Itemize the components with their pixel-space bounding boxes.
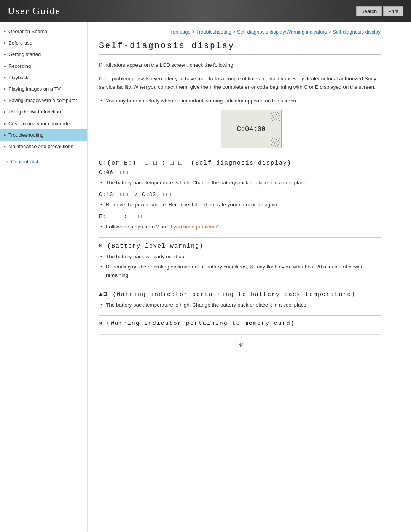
page-layout: ▸ Operation Search ▸ Before use ▸ Gettin…	[0, 22, 411, 531]
sidebar-item-label: Playback	[8, 74, 82, 81]
sidebar-item-label: Troubleshooting	[8, 132, 82, 139]
sidebar-item-operation-search[interactable]: ▸ Operation Search	[0, 26, 87, 37]
sidebar-item-playing-images-tv[interactable]: ▸ Playing images on a TV	[0, 83, 87, 95]
sidebar-item-label: Before use	[8, 40, 82, 46]
sidebar-item-label: Maintenance and precautions	[8, 143, 82, 150]
corner-decoration: ╲╲╲╲╲╲╲╲	[271, 112, 280, 121]
breadcrumb-self-diagnosis-warning[interactable]: Self-diagnosis display/Warning indicator…	[237, 29, 327, 35]
sidebar-item-saving-images[interactable]: ▸ Saving images with a computer	[0, 95, 87, 106]
bullet-c06: The battery pack temperature is high. Ch…	[99, 179, 381, 187]
bullet-e-prefix: Follow the steps from 2 on	[106, 224, 167, 230]
sidebar-item-maintenance[interactable]: ▸ Maintenance and precautions	[0, 141, 87, 152]
sidebar-item-label: Using the Wi-Fi function	[8, 109, 82, 115]
section3-bullets: The battery pack temperature is high. Ch…	[99, 301, 381, 309]
arrow-icon: ▸	[4, 86, 6, 92]
page-footer: 144	[99, 334, 381, 356]
sidebar-item-label: Getting started	[8, 51, 82, 58]
sidebar-item-troubleshooting[interactable]: ▸ Troubleshooting	[0, 129, 87, 141]
section4-title: (Warning indicator pertaining to memory …	[107, 320, 295, 327]
sidebar-item-wifi[interactable]: ▸ Using the Wi-Fi function	[0, 106, 87, 118]
intro-line2: If the problem persists even after you h…	[99, 75, 381, 92]
section3-title: (Warning indicator pertaining to battery…	[113, 291, 355, 298]
arrow-icon: ▸	[4, 132, 6, 138]
arrow-icon: ▸	[4, 63, 6, 69]
sidebar-divider	[0, 154, 87, 154]
section2-header: ⊠ (Battery level warning)	[99, 237, 381, 249]
contents-list-label: Contents list	[11, 159, 38, 165]
bullet-e-suffix: .	[219, 224, 220, 230]
arrow-icon: ▸	[4, 97, 6, 103]
if-you-have-problems-link[interactable]: "If you have problems"	[167, 224, 219, 230]
section1-bullets-c13: Remove the power source. Reconnect it an…	[99, 201, 381, 209]
sidebar-item-label: Operation Search	[8, 28, 82, 35]
sidebar-item-getting-started[interactable]: ▸ Getting started	[0, 49, 87, 60]
print-button[interactable]: Print	[383, 6, 403, 16]
warning-temperature-icon: ▲⊡	[99, 291, 112, 298]
memory-card-icon: ⊠	[99, 321, 107, 326]
section1-title: C:(or E:) □ □ : □ □ (Self-diagnosis disp…	[99, 160, 292, 166]
sidebar-item-label: Recording	[8, 63, 82, 70]
header: User Guide Search Print	[0, 0, 411, 22]
main-content: Top page > Troubleshooting > Self-diagno…	[88, 22, 392, 531]
sidebar-item-recording[interactable]: ▸ Recording	[0, 61, 87, 72]
contents-list-link[interactable]: → Contents list	[0, 156, 87, 168]
arrow-icon: ▸	[4, 29, 6, 34]
arrow-icon: ▸	[4, 40, 6, 46]
breadcrumb-sep2: >	[233, 29, 237, 35]
code-c06: C:06: □ □	[99, 169, 381, 176]
section2-title: (Battery level warning)	[107, 243, 204, 249]
sidebar-item-label: Customizing your camcorder	[8, 120, 82, 127]
page-number: 144	[236, 342, 244, 348]
error-display-container: ╲╲╲╲╲╲╲╲ C:04:00 ╱╱╱╱╱╱╱╱	[122, 110, 381, 148]
page-title: Self-diagnosis display	[99, 41, 381, 55]
arrow-right-icon: →	[4, 159, 9, 165]
error-code-text: C:04:00	[237, 125, 266, 133]
section1-bullets-e: Follow the steps from 2 on "If you have …	[99, 223, 381, 231]
bullet-temp1: The battery pack temperature is high. Ch…	[99, 301, 381, 309]
breadcrumb-sep3: > Self-diagnosis display	[328, 29, 381, 35]
breadcrumb-top-page[interactable]: Top page	[170, 29, 191, 35]
arrow-icon: ▸	[4, 144, 6, 149]
bullet-melody: You may hear a melody when an important …	[99, 97, 381, 105]
arrow-icon: ▸	[4, 51, 6, 57]
app-title: User Guide	[8, 5, 61, 17]
bullet-e: Follow the steps from 2 on "If you have …	[99, 223, 381, 231]
sidebar-item-customizing[interactable]: ▸ Customizing your camcorder	[0, 118, 87, 129]
section2-bullets: The battery pack is nearly used up. Depe…	[99, 252, 381, 280]
section4-header: ⊠ (Warning indicator pertaining to memor…	[99, 315, 381, 327]
arrow-icon: ▸	[4, 109, 6, 115]
sidebar-item-label: Saving images with a computer	[8, 97, 82, 104]
sidebar-item-before-use[interactable]: ▸ Before use	[0, 37, 87, 49]
code-c13-c32: C:13: □ □ / C:32: □ □	[99, 192, 381, 198]
breadcrumb-troubleshooting[interactable]: Troubleshooting	[196, 29, 231, 35]
breadcrumb: Top page > Troubleshooting > Self-diagno…	[99, 28, 381, 36]
error-display-box: ╲╲╲╲╲╲╲╲ C:04:00 ╱╱╱╱╱╱╱╱	[221, 110, 282, 148]
section1-header: C:(or E:) □ □ : □ □ (Self-diagnosis disp…	[99, 155, 381, 166]
arrow-icon: ▸	[4, 121, 6, 126]
sidebar-item-label: Playing images on a TV	[8, 86, 82, 93]
bottom-decoration: ╱╱╱╱╱╱╱╱	[271, 138, 280, 146]
intro-bullets: You may hear a melody when an important …	[99, 97, 381, 105]
sidebar: ▸ Operation Search ▸ Before use ▸ Gettin…	[0, 22, 88, 531]
section3-header: ▲⊡ (Warning indicator pertaining to batt…	[99, 286, 381, 298]
bullet-battery2: Depending on the operating environment o…	[99, 263, 381, 280]
sidebar-item-playback[interactable]: ▸ Playback	[0, 72, 87, 83]
battery-icon: ⊠	[99, 243, 107, 249]
bullet-c13: Remove the power source. Reconnect it an…	[99, 201, 381, 209]
search-button[interactable]: Search	[356, 6, 382, 16]
intro-line1: If indicators appear on the LCD screen, …	[99, 61, 381, 69]
bullet-battery1: The battery pack is nearly used up.	[99, 252, 381, 261]
breadcrumb-sep1: >	[192, 29, 196, 35]
code-e: E: □ □ : □ □	[99, 214, 381, 220]
header-button-group: Search Print	[356, 6, 403, 16]
arrow-icon: ▸	[4, 75, 6, 80]
section1-bullets-c06: The battery pack temperature is high. Ch…	[99, 179, 381, 187]
